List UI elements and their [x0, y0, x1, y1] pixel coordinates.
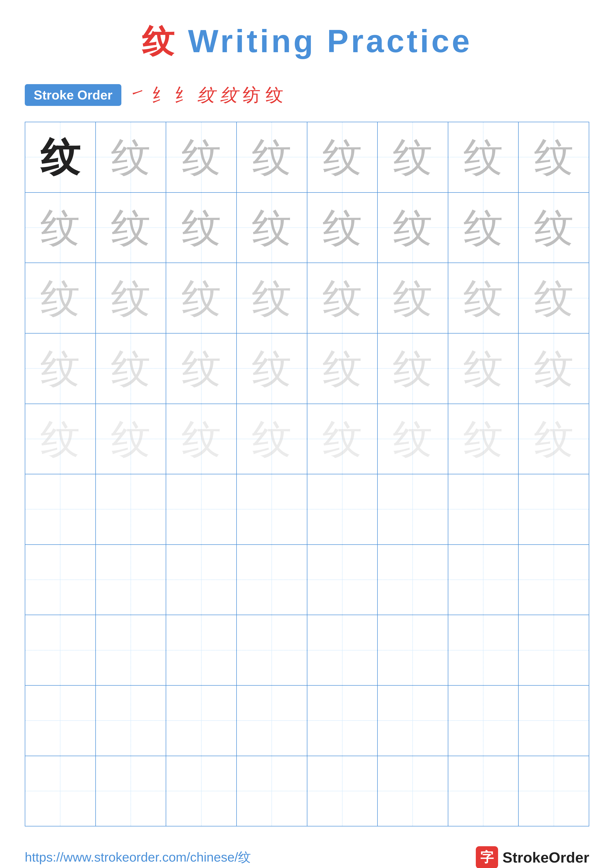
character-guide: 纹: [463, 349, 503, 388]
grid-cell-empty[interactable]: [96, 686, 166, 756]
character-guide: 纹: [182, 419, 221, 459]
writing-grid: 纹 纹 纹 纹 纹 纹 纹 纹 纹 纹 纹 纹 纹 纹 纹 纹 纹 纹 纹 纹 …: [25, 122, 589, 826]
character-guide: 纹: [393, 419, 432, 459]
grid-cell: 纹: [378, 404, 448, 474]
character-guide: 纹: [393, 278, 432, 318]
grid-cell-empty[interactable]: [237, 474, 307, 545]
grid-cell: 纹: [237, 333, 307, 404]
grid-cell-empty[interactable]: [307, 615, 378, 686]
grid-cell: 纹: [448, 333, 519, 404]
grid-cell-empty[interactable]: [448, 474, 519, 545]
grid-cell-empty[interactable]: [448, 545, 519, 615]
character-guide: 纹: [322, 349, 362, 388]
character-guide: 纹: [463, 208, 503, 248]
grid-cell-empty[interactable]: [378, 545, 448, 615]
grid-cell-empty[interactable]: [519, 474, 589, 545]
character-guide: 纹: [252, 137, 292, 177]
logo-char: 字: [480, 848, 494, 866]
grid-cell-empty[interactable]: [25, 756, 96, 827]
grid-cell: 纹: [519, 263, 589, 333]
grid-cell-empty[interactable]: [166, 545, 237, 615]
grid-cell-empty[interactable]: [519, 545, 589, 615]
grid-cell-empty[interactable]: [307, 686, 378, 756]
grid-cell-empty[interactable]: [166, 686, 237, 756]
character-guide: 纹: [111, 208, 151, 248]
grid-cell-empty[interactable]: [519, 756, 589, 827]
grid-cell-empty[interactable]: [166, 474, 237, 545]
character-guide: 纹: [322, 137, 362, 177]
stroke-5: 纹: [220, 83, 238, 107]
grid-cell-empty[interactable]: [448, 686, 519, 756]
grid-row-7: [25, 545, 589, 615]
grid-cell-empty[interactable]: [166, 615, 237, 686]
character-guide: 纹: [322, 419, 362, 459]
grid-cell: 纹: [166, 122, 237, 193]
grid-cell-empty[interactable]: [25, 686, 96, 756]
grid-row-1: 纹 纹 纹 纹 纹 纹 纹 纹: [25, 122, 589, 193]
grid-cell-empty[interactable]: [166, 756, 237, 827]
grid-cell-empty[interactable]: [448, 756, 519, 827]
grid-row-10: [25, 756, 589, 827]
character-guide: 纹: [252, 419, 292, 459]
grid-cell-empty[interactable]: [237, 686, 307, 756]
title-text: Writing Practice: [177, 23, 472, 59]
grid-cell: 纹: [448, 122, 519, 193]
grid-cell-empty[interactable]: [96, 474, 166, 545]
grid-cell-empty[interactable]: [237, 615, 307, 686]
character-guide: 纹: [182, 208, 221, 248]
grid-cell-empty[interactable]: [519, 615, 589, 686]
stroke-order-badge: Stroke Order: [25, 84, 121, 106]
grid-cell: 纹: [166, 263, 237, 333]
grid-cell-empty[interactable]: [25, 474, 96, 545]
grid-cell-empty[interactable]: [378, 615, 448, 686]
grid-cell-empty[interactable]: [378, 474, 448, 545]
grid-cell: 纹: [448, 263, 519, 333]
character-guide: 纹: [252, 349, 292, 388]
character-guide: 纹: [393, 349, 432, 388]
logo-icon: 字: [476, 846, 498, 868]
grid-cell-empty[interactable]: [237, 756, 307, 827]
character-guide: 纹: [40, 349, 80, 388]
grid-cell: 纹: [237, 122, 307, 193]
grid-cell-empty[interactable]: [96, 545, 166, 615]
grid-cell: 纹: [519, 122, 589, 193]
grid-cell-empty[interactable]: [448, 615, 519, 686]
character-guide: 纹: [111, 137, 151, 177]
character-guide: 纹: [182, 349, 221, 388]
grid-cell-empty[interactable]: [307, 474, 378, 545]
character-guide: 纹: [252, 208, 292, 248]
grid-cell: 纹: [448, 193, 519, 263]
grid-cell-empty[interactable]: [307, 756, 378, 827]
grid-cell: 纹: [378, 193, 448, 263]
grid-cell-empty[interactable]: [378, 686, 448, 756]
grid-cell-empty[interactable]: [96, 756, 166, 827]
grid-cell: 纹: [307, 263, 378, 333]
grid-cell-empty[interactable]: [25, 545, 96, 615]
grid-cell-empty[interactable]: [307, 545, 378, 615]
grid-cell-empty[interactable]: [25, 615, 96, 686]
character-guide: 纹: [111, 419, 151, 459]
grid-cell: 纹: [237, 404, 307, 474]
character-guide: 纹: [111, 278, 151, 318]
grid-cell: 纹: [237, 263, 307, 333]
footer: https://www.strokeorder.com/chinese/纹 字 …: [25, 826, 589, 868]
grid-cell: 纹: [25, 193, 96, 263]
grid-cell-empty[interactable]: [96, 615, 166, 686]
footer-url[interactable]: https://www.strokeorder.com/chinese/纹: [25, 849, 251, 866]
grid-cell-empty[interactable]: [519, 686, 589, 756]
character-guide: 纹: [111, 349, 151, 388]
character-guide: 纹: [463, 278, 503, 318]
grid-cell: 纹: [25, 122, 96, 193]
character-guide: 纹: [393, 208, 432, 248]
grid-cell: 纹: [96, 193, 166, 263]
character-guide: 纹: [40, 419, 80, 459]
grid-cell: 纹: [378, 122, 448, 193]
grid-row-5: 纹 纹 纹 纹 纹 纹 纹 纹: [25, 404, 589, 474]
stroke-2: 纟: [152, 83, 169, 107]
character-guide: 纹: [534, 278, 574, 318]
grid-cell-empty[interactable]: [237, 545, 307, 615]
grid-cell: 纹: [519, 193, 589, 263]
stroke-sequence: ㇀ 纟 纟 纹 纹 纺 纹: [129, 83, 283, 107]
grid-cell-empty[interactable]: [378, 756, 448, 827]
grid-cell: 纹: [96, 333, 166, 404]
